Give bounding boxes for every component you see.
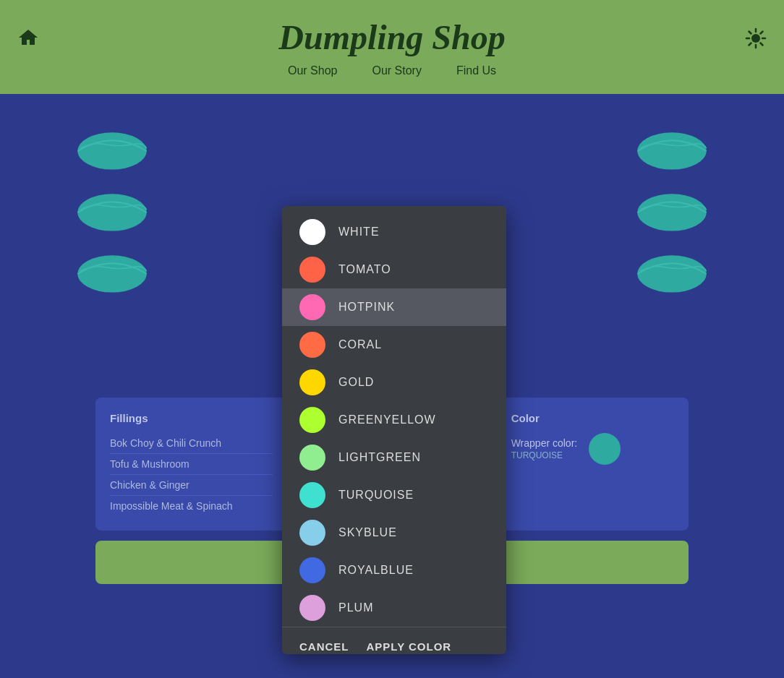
wrapper-color-value: TURQUOISE xyxy=(511,450,578,460)
fillings-panel: Fillings Bok Choy & Chili Crunch Tofu & … xyxy=(95,398,287,531)
dumpling-2 xyxy=(72,184,152,231)
svg-point-0 xyxy=(751,34,760,43)
color-dot-coral xyxy=(299,332,325,358)
dumpling-6 xyxy=(632,246,712,293)
dumpling-1 xyxy=(72,123,152,170)
color-label-lightgreen: LIGHTGREEN xyxy=(338,451,421,464)
color-option-greenyellow[interactable]: GREENYELLOW xyxy=(282,401,506,439)
nav-find-us[interactable]: Find Us xyxy=(456,64,496,77)
apply-color-button[interactable]: APPLY COLOR xyxy=(367,638,452,654)
color-label-skyblue: SKYBLUE xyxy=(338,526,397,539)
color-dot-white xyxy=(299,219,325,245)
wrapper-color-row: Wrapper color: TURQUOISE xyxy=(511,433,674,465)
color-option-royalblue[interactable]: ROYALBLUE xyxy=(282,552,506,589)
color-option-plum[interactable]: PLUM xyxy=(282,589,506,627)
nav-our-story[interactable]: Our Story xyxy=(372,64,421,77)
color-label-white: WHITE xyxy=(338,226,380,239)
svg-point-13 xyxy=(637,194,706,231)
color-panel-container: Color Wrapper color: TURQUOISE xyxy=(497,398,689,531)
svg-line-5 xyxy=(749,32,751,34)
picker-actions: CANCEL APPLY COLOR xyxy=(282,627,506,654)
color-label-greenyellow: GREENYELLOW xyxy=(338,413,436,426)
color-label-coral: CORAL xyxy=(338,338,382,351)
color-option-coral[interactable]: CORAL xyxy=(282,326,506,364)
color-label-tomato: TOMATO xyxy=(338,263,391,276)
color-dot-royalblue xyxy=(299,557,325,583)
color-option-white[interactable]: WHITE xyxy=(282,213,506,251)
filling-item-3[interactable]: Chicken & Ginger xyxy=(110,475,273,496)
color-dot-skyblue xyxy=(299,520,325,546)
color-label-gold: GOLD xyxy=(338,376,374,389)
main-content: Fillings Bok Choy & Chili Crunch Tofu & … xyxy=(0,94,784,678)
current-color-swatch[interactable] xyxy=(589,433,621,465)
color-options-list: WHITETOMATOHOTPINKCORALGOLDGREENYELLOWLI… xyxy=(282,213,506,627)
svg-point-14 xyxy=(637,255,706,292)
dumpling-5 xyxy=(632,184,712,231)
svg-point-10 xyxy=(77,194,146,231)
color-option-turquoise[interactable]: TURQUOISE xyxy=(282,476,506,514)
color-dot-lightgreen xyxy=(299,445,325,471)
color-label-turquoise: TURQUOISE xyxy=(338,489,414,502)
color-dot-greenyellow xyxy=(299,407,325,433)
wrapper-color-info: Wrapper color: TURQUOISE xyxy=(511,437,578,460)
svg-point-9 xyxy=(77,132,146,169)
svg-line-8 xyxy=(749,43,751,46)
svg-point-11 xyxy=(77,255,146,292)
site-title: Dumpling Shop xyxy=(278,17,505,57)
color-option-lightgreen[interactable]: LIGHTGREEN xyxy=(282,439,506,476)
color-dot-plum xyxy=(299,595,325,621)
fillings-title: Fillings xyxy=(110,412,273,424)
home-icon[interactable] xyxy=(17,27,39,51)
header: Dumpling Shop Our Shop Our Story Find Us xyxy=(0,0,784,94)
color-dot-gold xyxy=(299,369,325,395)
left-dumpling-col xyxy=(72,123,152,390)
nav-our-shop[interactable]: Our Shop xyxy=(288,64,337,77)
color-option-skyblue[interactable]: SKYBLUE xyxy=(282,514,506,552)
color-option-tomato[interactable]: TOMATO xyxy=(282,251,506,288)
svg-point-12 xyxy=(637,132,706,169)
dumpling-3 xyxy=(72,246,152,293)
svg-line-7 xyxy=(761,32,763,34)
header-nav: Our Shop Our Story Find Us xyxy=(288,64,496,77)
filling-item-4[interactable]: Impossible Meat & Spinach xyxy=(110,496,273,516)
color-label-royalblue: ROYALBLUE xyxy=(338,564,414,577)
color-dot-hotpink xyxy=(299,294,325,320)
color-option-hotpink[interactable]: HOTPINK xyxy=(282,288,506,326)
color-picker-dropdown: WHITETOMATOHOTPINKCORALGOLDGREENYELLOWLI… xyxy=(282,206,506,654)
filling-item-2[interactable]: Tofu & Mushroom xyxy=(110,454,273,475)
svg-line-6 xyxy=(761,43,763,46)
color-panel-title: Color xyxy=(511,412,674,424)
filling-item-1[interactable]: Bok Choy & Chili Crunch xyxy=(110,433,273,454)
brightness-icon[interactable] xyxy=(745,27,767,52)
color-dot-turquoise xyxy=(299,482,325,508)
color-dot-tomato xyxy=(299,257,325,283)
color-label-plum: PLUM xyxy=(338,601,373,614)
right-dumpling-col xyxy=(632,123,712,390)
color-label-hotpink: HOTPINK xyxy=(338,301,395,314)
dumpling-4 xyxy=(632,123,712,170)
wrapper-color-label: Wrapper color: xyxy=(511,437,578,449)
color-option-gold[interactable]: GOLD xyxy=(282,364,506,401)
cancel-button[interactable]: CANCEL xyxy=(299,638,349,654)
